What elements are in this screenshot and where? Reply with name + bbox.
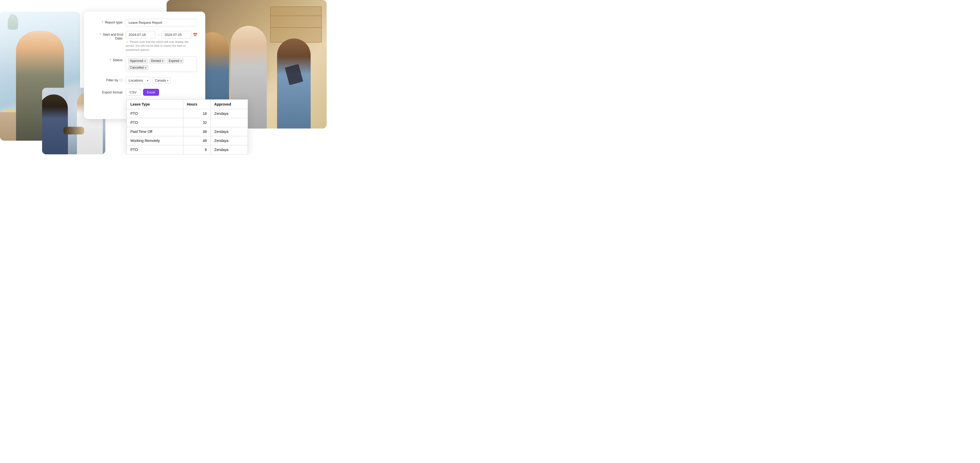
leave-type-cell: PTO	[127, 118, 183, 127]
warning-text: ⚠ Please note that the report will only …	[126, 40, 197, 52]
col-approved: Approved	[210, 100, 248, 109]
excel-button[interactable]: Excel	[143, 89, 159, 96]
tag-approved: Approved ×	[128, 58, 148, 63]
status-required-star: *	[110, 58, 111, 62]
table-row: PTO 16 Zendaya	[127, 109, 248, 118]
status-row: * Status: Approved × Denied × Expired ×	[92, 57, 197, 72]
approved-cell: Zendaya	[210, 109, 248, 118]
csv-button[interactable]: CSV	[126, 89, 140, 96]
leave-type-cell: Working Remotely	[127, 136, 183, 145]
approved-cell: Zendaya	[210, 136, 248, 145]
table-body: PTO 16 Zendaya PTO 32 Paid Time Off 48 Z…	[127, 109, 248, 154]
info-icon[interactable]: ⓘ	[119, 78, 122, 82]
hours-cell: 32	[183, 118, 210, 127]
warning-icon: ⚠	[126, 40, 128, 43]
filter-field: Locations Canada ×	[126, 77, 197, 84]
date-arrow: →	[157, 33, 160, 36]
status-label: * Status:	[92, 57, 126, 62]
tag-approved-close[interactable]: ×	[144, 59, 146, 62]
filter-label: Filter by ⓘ:	[92, 77, 126, 82]
col-leave-type: Leave Type	[127, 100, 183, 109]
table-row: Paid Time Off 48 Zendaya	[127, 127, 248, 136]
status-tag-container[interactable]: Approved × Denied × Expired × Cancelled	[126, 57, 197, 72]
table-card: Leave Type Hours Approved PTO 16 Zendaya…	[127, 99, 248, 154]
filter-tag-canada-close[interactable]: ×	[167, 79, 169, 82]
hours-cell: 16	[183, 109, 210, 118]
tag-denied: Denied ×	[149, 58, 165, 63]
tag-cancelled: Cancelled ×	[128, 65, 148, 70]
filter-dropdown[interactable]: Locations	[126, 77, 151, 84]
leave-type-cell: PTO	[127, 145, 183, 154]
tag-denied-close[interactable]: ×	[162, 59, 164, 62]
leave-table: Leave Type Hours Approved PTO 16 Zendaya…	[127, 99, 248, 154]
calendar-icon[interactable]: 📅	[193, 33, 197, 37]
report-type-label: * Report type:	[92, 19, 126, 24]
leave-type-cell: PTO	[127, 109, 183, 118]
export-format-label: Export format:	[92, 89, 126, 94]
page-container: * Report type: * Start and End Date: → 📅	[0, 0, 327, 154]
filter-options: Locations Canada ×	[126, 77, 197, 84]
report-type-field[interactable]	[126, 19, 197, 26]
hours-cell: 48	[183, 127, 210, 136]
table-row: PTO 8 Zendaya	[127, 145, 248, 154]
table-header-row: Leave Type Hours Approved	[127, 100, 248, 109]
date-label: * Start and End Date:	[92, 31, 126, 40]
report-type-row: * Report type:	[92, 19, 197, 26]
col-hours: Hours	[183, 100, 210, 109]
date-field: → 📅 ⚠ Please note that the report will o…	[126, 31, 197, 52]
approved-cell	[210, 118, 248, 127]
approved-cell: Zendaya	[210, 145, 248, 154]
date-range: → 📅	[126, 31, 197, 38]
export-format-field: CSV Excel	[126, 89, 197, 96]
tag-expired-close[interactable]: ×	[180, 59, 182, 62]
export-format-buttons: CSV Excel	[126, 89, 197, 96]
tag-cancelled-close[interactable]: ×	[145, 66, 146, 69]
end-date-input[interactable]	[162, 31, 191, 38]
filter-tag-canada: Canada ×	[153, 78, 171, 84]
hours-cell: 8	[183, 145, 210, 154]
export-format-row: Export format: CSV Excel	[92, 89, 197, 96]
filter-select-wrapper: Locations	[126, 77, 151, 84]
start-date-input[interactable]	[126, 31, 156, 38]
report-type-input[interactable]	[126, 19, 197, 26]
date-required-star: *	[100, 33, 101, 36]
table-row: PTO 32	[127, 118, 248, 127]
required-star: *	[102, 21, 103, 24]
filter-row: Filter by ⓘ: Locations Canada ×	[92, 77, 197, 84]
tag-expired: Expired ×	[167, 58, 184, 63]
table-row: Working Remotely 48 Zendaya	[127, 136, 248, 145]
leave-type-cell: Paid Time Off	[127, 127, 183, 136]
approved-cell: Zendaya	[210, 127, 248, 136]
hours-cell: 48	[183, 136, 210, 145]
status-field: Approved × Denied × Expired × Cancelled	[126, 57, 197, 72]
date-range-row: * Start and End Date: → 📅 ⚠ Please note …	[92, 31, 197, 52]
